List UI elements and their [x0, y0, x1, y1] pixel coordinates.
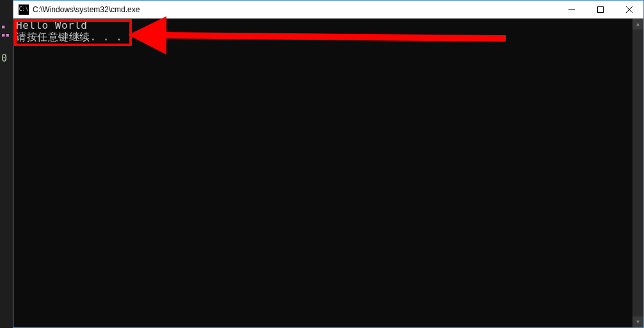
cmd-icon-text: C:\	[19, 6, 28, 12]
minimize-icon	[568, 6, 575, 13]
terminal-area[interactable]: Hello World 请按任意键继续. . .	[13, 19, 643, 327]
close-button[interactable]	[615, 1, 643, 19]
minimize-button[interactable]	[557, 1, 586, 19]
gutter-mark: 0	[1, 53, 7, 64]
scroll-track[interactable]	[632, 29, 643, 316]
scroll-down-arrow-icon[interactable]: ▼	[632, 316, 643, 327]
window-title: C:\Windows\system32\cmd.exe	[33, 5, 557, 14]
scroll-up-arrow-icon[interactable]: ▲	[632, 19, 643, 29]
svg-rect-1	[597, 7, 603, 13]
editor-gutter: ▪ ▪▪ 0	[0, 0, 13, 328]
terminal-line: Hello World	[16, 20, 641, 31]
cmd-icon: C:\	[19, 4, 29, 15]
cmd-window: C:\ C:\Windows\system32\cmd.exe Hello Wo…	[13, 0, 644, 328]
maximize-button[interactable]	[586, 1, 615, 19]
titlebar[interactable]: C:\ C:\Windows\system32\cmd.exe	[13, 1, 643, 19]
close-icon	[626, 6, 632, 13]
vertical-scrollbar[interactable]: ▲ ▼	[632, 19, 643, 327]
gutter-mark: ▪ ▪▪	[1, 22, 13, 39]
terminal-line: 请按任意键继续. . .	[16, 31, 641, 43]
window-controls	[557, 1, 643, 18]
maximize-icon	[597, 6, 604, 13]
